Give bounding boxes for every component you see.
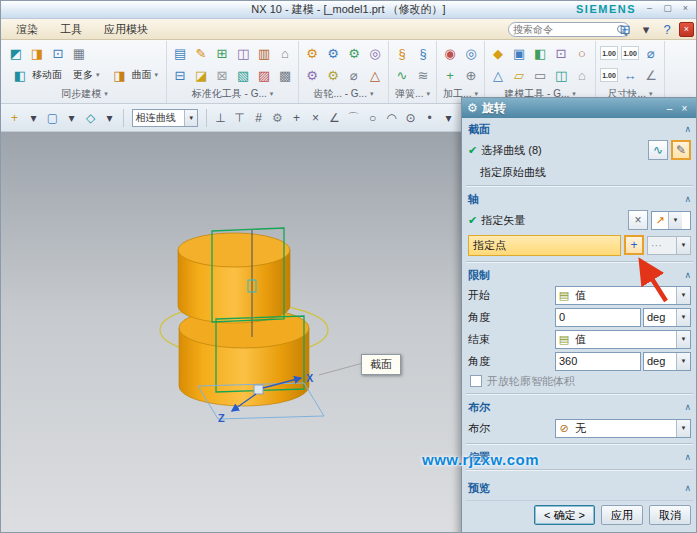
groove-icon[interactable]: ◫ [552,66,570,84]
workplane-icon[interactable]: ◇ [82,109,99,126]
arc-snap-icon[interactable]: ⌒ [345,109,362,126]
open-profile-checkbox[interactable] [470,375,482,387]
snap-point-toggle-icon[interactable]: + [6,109,23,126]
slot-icon[interactable]: ▭ [531,66,549,84]
select-curve-row[interactable]: ✔ 选择曲线 (8) ∿ ✎ [466,138,693,162]
midpoint-snap-icon[interactable]: ⊤ [231,109,248,126]
offset-region-icon[interactable]: ⊡ [49,44,67,62]
edit-standard-icon[interactable]: ✎ [192,44,210,62]
ok-button[interactable]: < 确定 > [534,505,595,525]
gear-cone-icon[interactable]: △ [366,66,384,84]
section-flag[interactable]: 截面 [361,354,401,375]
tangent-snap-icon[interactable]: ◠ [383,109,400,126]
specify-point-highlight[interactable]: 指定点 [468,235,621,256]
standard-part-icon[interactable]: ▤ [171,44,189,62]
menu-render[interactable]: 渲染 [5,20,49,39]
dialog-title-bar[interactable]: ⚙ 旋转 – × [462,98,697,118]
dropdown-arrow-icon[interactable]: ▾ [25,109,42,126]
section-header-section[interactable]: 截面 ∧ [466,120,693,138]
hatch-tool-icon[interactable]: ▧ [234,66,252,84]
cylindrical-gear-icon[interactable]: ⚙ [303,44,321,62]
move-face-icon[interactable]: ◧ [11,66,29,84]
close-button[interactable]: × [679,3,692,13]
menu-tools[interactable]: 工具 [49,20,93,39]
vector-dialog-button[interactable]: × [628,210,648,230]
pull-face-icon[interactable]: ◨ [28,44,46,62]
delete-tool-icon[interactable]: ⊠ [213,66,231,84]
block-icon[interactable]: ◆ [489,44,507,62]
start-angle-input[interactable] [555,308,641,327]
move-face-button[interactable]: ◧ 移动面 [7,65,66,85]
specify-point-row[interactable]: 指定点 + ⋯ ▼ [466,232,693,258]
surface-icon[interactable]: ◨ [111,66,129,84]
pattern-face-icon[interactable]: ▦ [70,44,88,62]
ribbon-group-label[interactable]: 弹簧... ▾ [393,86,432,101]
ribbon-close-button[interactable]: × [679,22,694,37]
specify-vector-row[interactable]: ✔ 指定矢量 × ↗ ▼ [466,208,693,232]
draft-icon[interactable]: ▱ [510,66,528,84]
locate-icon[interactable]: ⊕ [462,66,480,84]
dropdown-arrow-icon[interactable]: ▾ [63,109,80,126]
bore-icon[interactable]: ◎ [462,44,480,62]
dropdown-arrow-icon[interactable]: ▾ [637,20,655,38]
boss-icon[interactable]: ▣ [510,44,528,62]
more-button[interactable]: 更多 ▾ [69,67,104,83]
maximize-button[interactable]: ▢ [661,3,674,13]
rib-icon[interactable]: △ [489,66,507,84]
section-tool-icon[interactable]: ▨ [255,66,273,84]
move-face-icon[interactable]: ◩ [7,44,25,62]
search-input[interactable] [513,24,617,35]
selection-scope-icon[interactable]: ▢ [44,109,61,126]
apply-button[interactable]: 应用 [601,505,643,525]
drill-icon[interactable]: ◉ [441,44,459,62]
origin-curve-row[interactable]: 指定原始曲线 [466,162,693,182]
extension-spring-icon[interactable]: § [414,44,432,62]
menu-applications[interactable]: 应用模块 [93,20,159,39]
linear-dimension-icon[interactable]: 1.00 [600,46,618,60]
dialog-close-button[interactable]: × [677,103,692,114]
torsion-spring-icon[interactable]: ∿ [393,66,411,84]
end-angle-unit-dropdown[interactable]: deg ▼ [643,352,691,371]
distance-dimension-icon[interactable]: ↔ [621,66,639,84]
dropdown-arrow-icon[interactable]: ▾ [440,109,457,126]
point-method-dropdown[interactable]: ⋯ ▼ [647,236,691,255]
gear-pair-icon[interactable]: ◎ [366,44,384,62]
quadrant-snap-icon[interactable]: • [421,109,438,126]
pad-icon[interactable]: ⊡ [552,44,570,62]
intersection-snap-icon[interactable]: × [307,109,324,126]
boolean-dropdown[interactable]: ⊘ 无 ▼ [555,419,691,438]
ribbon-group-label[interactable]: 同步建模 ▾ [7,86,162,101]
end-angle-input[interactable] [555,352,641,371]
grid-tool-icon[interactable]: ▩ [276,66,294,84]
gear-shaft-icon[interactable]: ⌀ [345,66,363,84]
worm-gear-icon[interactable]: ⚙ [324,66,342,84]
section-header-boolean[interactable]: 布尔 ∧ [466,398,693,416]
surface-button[interactable]: ◨ 曲面 ▾ [107,65,163,85]
command-search[interactable] [508,22,630,37]
endpoint-snap-icon[interactable]: ⊥ [212,109,229,126]
template-icon[interactable]: ⌂ [276,44,294,62]
add-standard-icon[interactable]: ⊞ [213,44,231,62]
center-mark-icon[interactable]: + [441,66,459,84]
face-tool-icon[interactable]: ◪ [192,66,210,84]
point-dialog-button[interactable]: + [624,235,644,255]
bevel-gear-icon[interactable]: ⚙ [324,44,342,62]
vector-method-dropdown[interactable]: ↗ ▼ [651,211,691,230]
remove-standard-icon[interactable]: ⊟ [171,66,189,84]
graphics-viewport[interactable]: X Z 截面 [1,132,462,533]
ribbon-group-label[interactable]: 齿轮... - G... ▾ [303,86,384,101]
shell-icon[interactable]: ⌂ [573,66,591,84]
selection-filter-dropdown[interactable]: 相连曲线 ▼ [132,109,199,127]
fast-dimension-icon[interactable]: 1.00 [600,68,618,82]
dropdown-arrow-icon[interactable]: ▾ [101,109,118,126]
ribbon-group-label[interactable]: 标准化工具 - G... ▾ [171,86,294,101]
cancel-button[interactable]: 取消 [649,505,691,525]
section-header-limits[interactable]: 限制 ∧ [466,266,693,284]
catalog-icon[interactable]: ▥ [255,44,273,62]
grid-snap-icon[interactable]: # [250,109,267,126]
angle-dimension-icon[interactable]: ∠ [642,66,660,84]
hole-icon[interactable]: ○ [573,44,591,62]
help-icon[interactable]: ? [658,20,676,38]
curve-select-button[interactable]: ∿ [648,140,668,160]
helical-gear-icon[interactable]: ⚙ [345,44,363,62]
